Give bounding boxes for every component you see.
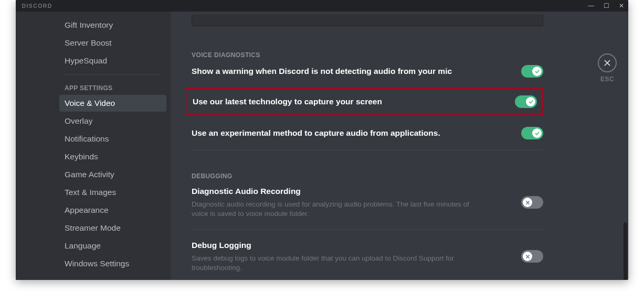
highlighted-setting-screen-capture: Use our latest technology to capture you… [185, 88, 543, 115]
sidebar-item-appearance[interactable]: Appearance [59, 202, 166, 219]
setting-diagnostic-audio-recording: Diagnostic Audio Recording Diagnostic au… [192, 186, 543, 230]
check-icon [534, 131, 540, 136]
close-settings-button[interactable] [598, 53, 617, 72]
previous-section-edge [192, 15, 543, 26]
setting-description: Diagnostic audio recording is used for a… [192, 200, 485, 219]
x-icon [525, 200, 531, 206]
sidebar-item-keybinds[interactable]: Keybinds [59, 148, 166, 165]
window-close-button[interactable]: ✕ [619, 3, 624, 9]
setting-mic-warning: Show a warning when Discord is not detec… [192, 65, 543, 88]
app-wordmark: DISCORD [22, 3, 52, 9]
toggle-diagnostic-audio-recording[interactable] [521, 196, 543, 209]
check-icon [534, 69, 540, 74]
sidebar-section-header-app-settings: APP SETTINGS [59, 75, 166, 95]
sidebar-item-streamer-mode[interactable]: Streamer Mode [59, 220, 166, 236]
close-icon [603, 59, 611, 67]
titlebar: DISCORD — ☐ ✕ [16, 0, 628, 12]
sidebar-item-text-images[interactable]: Text & Images [59, 184, 166, 201]
toggle-mic-warning[interactable] [521, 65, 543, 78]
sidebar-item-language[interactable]: Language [59, 237, 166, 254]
window-minimize-button[interactable]: — [588, 3, 594, 9]
discord-settings-window: DISCORD — ☐ ✕ Gift Inventory Server Boos… [16, 0, 628, 280]
setting-label: Debug Logging [192, 240, 485, 251]
toggle-debug-logging[interactable] [521, 250, 543, 263]
scrollbar-thumb[interactable] [624, 222, 627, 280]
setting-experimental-audio: Use an experimental method to capture au… [192, 127, 543, 150]
sidebar-item-voice-video[interactable]: Voice & Video [59, 95, 166, 112]
sidebar-item-windows-settings[interactable]: Windows Settings [59, 255, 166, 272]
sidebar-item-notifications[interactable]: Notifications [59, 131, 166, 147]
section-header-debugging: DEBUGGING [192, 172, 543, 180]
section-header-voice-diagnostics: VOICE DIAGNOSTICS [192, 51, 543, 59]
sidebar-item-hypesquad[interactable]: HypeSquad [59, 52, 166, 69]
settings-sidebar: Gift Inventory Server Boost HypeSquad AP… [16, 12, 171, 280]
setting-label: Use an experimental method to capture au… [192, 128, 440, 138]
toggle-experimental-audio[interactable] [521, 127, 543, 139]
sidebar-item-overlay[interactable]: Overlay [59, 113, 166, 129]
check-icon [528, 99, 534, 105]
x-icon [525, 254, 531, 259]
setting-description: Saves debug logs to voice module folder … [192, 254, 485, 273]
sidebar-item-game-activity[interactable]: Game Activity [59, 166, 166, 183]
toggle-screen-capture-tech[interactable] [515, 95, 537, 108]
esc-label: ESC [598, 75, 617, 83]
setting-label: Use our latest technology to capture you… [193, 96, 382, 107]
setting-label: Diagnostic Audio Recording [192, 186, 485, 197]
setting-label: Show a warning when Discord is not detec… [192, 66, 452, 77]
settings-content: ESC VOICE DIAGNOSTICS Show a warning whe… [171, 12, 628, 280]
sidebar-item-gift-inventory[interactable]: Gift Inventory [59, 17, 166, 34]
window-maximize-button[interactable]: ☐ [604, 3, 609, 9]
setting-debug-logging: Debug Logging Saves debug logs to voice … [192, 240, 543, 280]
sidebar-item-server-boost[interactable]: Server Boost [59, 35, 166, 51]
